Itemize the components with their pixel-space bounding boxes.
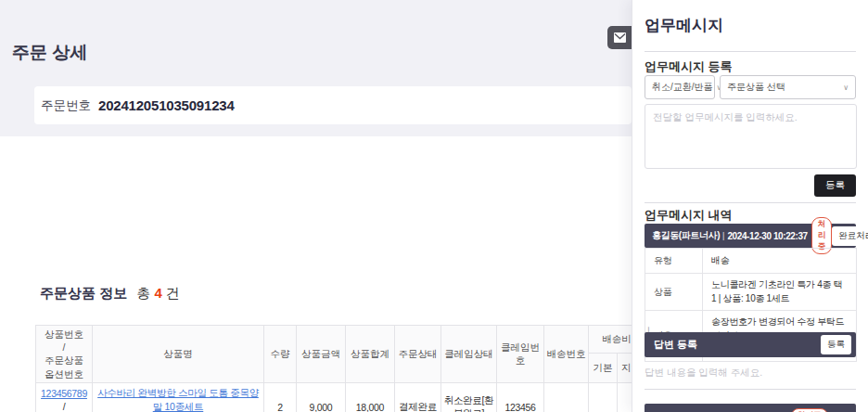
claim-type-select-value: 취소/교환/반품 bbox=[652, 81, 713, 94]
messages-toggle-button[interactable] bbox=[607, 26, 632, 49]
claim-type-select[interactable]: 취소/교환/반품 ∨ bbox=[645, 75, 715, 99]
col-header-qty: 수량 bbox=[264, 326, 297, 383]
section-count-suffix: 건 bbox=[166, 285, 180, 301]
product-name-link[interactable]: 사수바리 완벽방한 스마일 도톰 중목양말 10종세트 bbox=[97, 387, 259, 412]
detail-value: 배송 bbox=[703, 249, 857, 274]
chevron-down-icon: ∨ bbox=[843, 84, 849, 92]
detail-label: 유형 bbox=[645, 249, 703, 274]
qty-cell: 2 bbox=[264, 382, 297, 412]
complete-button[interactable]: 완료처리 bbox=[832, 226, 868, 246]
reply-title: 답변 등록 bbox=[654, 338, 697, 352]
order-product-select[interactable]: 주문상품 선택 ∨ bbox=[720, 75, 856, 99]
fee-basic-cell bbox=[589, 382, 618, 412]
section-count: 4 bbox=[155, 285, 162, 301]
detail-row: 상품 노니콜라겐 기초라인 특가 4종 택 1 | 상품: 10종 1세트 bbox=[645, 274, 857, 311]
section-title: 주문상품 정보 bbox=[40, 285, 127, 301]
reply-header: 답변 등록 등록 bbox=[645, 332, 856, 357]
product-number-cell: 123456789 / 456789123 bbox=[36, 382, 93, 412]
page-title: 주문 상세 bbox=[12, 41, 87, 65]
table-row: 123456789 / 456789123 사수바리 완벽방한 스마일 도톰 중… bbox=[36, 382, 645, 412]
register-button[interactable]: 등록 bbox=[814, 174, 856, 197]
detail-row: 유형 배송 bbox=[645, 249, 857, 274]
col-header-claim-status: 클레임상태 bbox=[441, 326, 497, 383]
order-product-select-value: 주문상품 선택 bbox=[727, 81, 785, 94]
order-products-table: 상품번호 / 주문상품 옵션번호 상품명 수량 상품금액 상품합계 주문상태 클… bbox=[35, 325, 645, 412]
claim-status-cell: 취소완료[환불완료] bbox=[441, 382, 497, 412]
work-message-panel: 업무메시지 업무메시지 등록 취소/교환/반품 ∨ 주문상품 선택 ∨ 등록 업… bbox=[632, 0, 868, 412]
col-header-total: 상품합계 bbox=[346, 326, 395, 383]
col-header-price: 상품금액 bbox=[297, 326, 346, 383]
register-controls: 취소/교환/반품 ∨ 주문상품 선택 ∨ bbox=[645, 75, 856, 99]
col-header-claim-number: 클레임번호 bbox=[497, 326, 544, 383]
divider bbox=[645, 51, 856, 52]
col-header-product-name: 상품명 bbox=[93, 326, 264, 383]
order-status-cell: 결제완료 bbox=[395, 382, 441, 412]
status-badge: 처리중 bbox=[791, 408, 828, 412]
envelope-icon bbox=[614, 32, 626, 43]
divider bbox=[645, 389, 856, 390]
message-input[interactable] bbox=[645, 104, 857, 169]
panel-title: 업무메시지 bbox=[645, 15, 856, 36]
detail-value: 노니콜라겐 기초라인 특가 4종 택 1 | 상품: 10종 1세트 bbox=[703, 274, 857, 311]
message-datetime: 2024-12-30 10:22:37 bbox=[727, 231, 807, 241]
shipping-number-cell bbox=[544, 382, 589, 412]
col-header-product-number: 상품번호 / 주문상품 옵션번호 bbox=[36, 326, 93, 383]
divider bbox=[645, 202, 856, 203]
order-number-value: 202412051035091234 bbox=[98, 97, 235, 113]
col-header-order-status: 주문상태 bbox=[395, 326, 441, 383]
message-author: 홍길동(파트너사) bbox=[652, 229, 720, 242]
reply-placeholder: 답변 내용을 입력해 주세요. bbox=[645, 367, 856, 380]
message-separator: | bbox=[722, 231, 724, 240]
detail-label: 상품 bbox=[645, 274, 703, 311]
claim-number-cell: 123456 bbox=[497, 382, 544, 412]
reply-register-button[interactable]: 등록 bbox=[821, 335, 851, 354]
price-cell: 9,000 bbox=[297, 382, 346, 412]
order-number-box: 주문번호 202412051035091234 bbox=[34, 86, 632, 124]
col-header-fee-basic: 기본 bbox=[589, 353, 618, 382]
section-heading: 주문상품 정보 총 4 건 bbox=[40, 285, 180, 303]
product-number-link[interactable]: 123456789 bbox=[41, 388, 87, 399]
order-number-label: 주문번호 bbox=[41, 97, 91, 114]
product-name-cell: 사수바리 완벽방한 스마일 도톰 중목양말 10종세트 상품: 10종 1세트 bbox=[93, 382, 264, 412]
register-heading: 업무메시지 등록 bbox=[645, 58, 856, 75]
section-count-prefix: 총 bbox=[136, 285, 150, 301]
total-cell: 18,000 bbox=[346, 382, 395, 412]
next-message-header: 처리중 bbox=[645, 404, 856, 412]
message-header: 홍길동(파트너사) | 2024-12-30 10:22:37 처리중 완료처리 bbox=[645, 224, 856, 248]
col-header-shipping-number: 배송번호 bbox=[544, 326, 589, 383]
